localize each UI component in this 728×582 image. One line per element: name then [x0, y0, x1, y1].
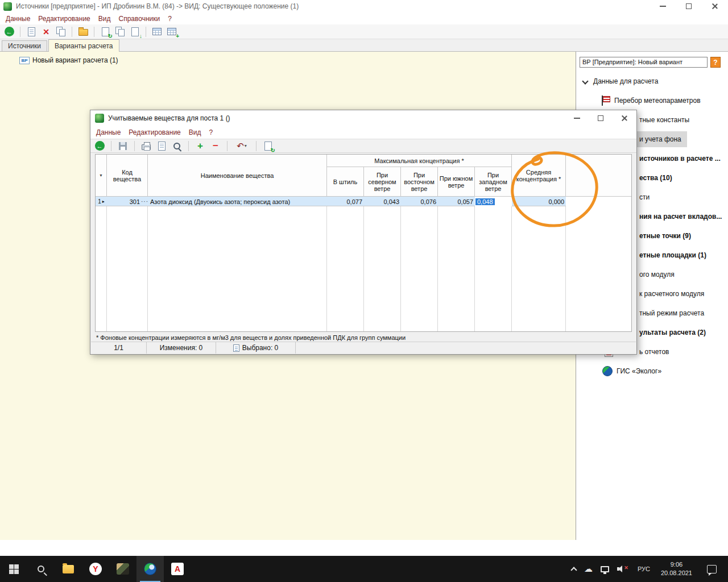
toolbar-separator — [111, 141, 111, 151]
north-value-cell[interactable]: 0,043 — [364, 197, 401, 206]
ecolog-icon — [144, 563, 156, 575]
pinned-app-button[interactable] — [109, 556, 136, 582]
selected-counter: Выбрано: 0 — [216, 342, 296, 354]
undo-icon[interactable]: ↶▾ — [233, 140, 250, 152]
start-button[interactable] — [0, 556, 27, 582]
file-explorer-button[interactable] — [55, 556, 82, 582]
open-folder-icon[interactable] — [77, 26, 89, 38]
close-icon — [712, 3, 718, 10]
toolbar-separator — [227, 141, 228, 151]
dialog-maximize-button[interactable] — [589, 110, 613, 126]
code-cell[interactable]: 301 ··· — [107, 197, 148, 206]
calm-value-cell[interactable]: 0,077 — [327, 197, 364, 206]
page-icon — [233, 344, 239, 352]
header-max-concentration-group: Максимальная концентрация * — [327, 155, 512, 167]
yandex-icon: Y — [89, 563, 102, 575]
onedrive-tray-button[interactable]: ☁ — [580, 556, 597, 582]
dialog-menu-help[interactable]: ? — [209, 128, 213, 136]
row-indicator-cell[interactable]: 1 ▸ — [96, 197, 107, 206]
clock[interactable]: 9:06 20.08.2021 — [655, 560, 698, 577]
add-icon[interactable]: + — [195, 140, 206, 152]
grid-icon — [167, 28, 176, 35]
search-icon[interactable] — [171, 140, 183, 152]
panel-help-button[interactable]: ? — [710, 57, 721, 68]
undo-arrow-icon: ↶ — [237, 141, 244, 151]
menu-help[interactable]: ? — [168, 15, 172, 23]
copy-pages-icon[interactable] — [114, 26, 126, 38]
delete-icon[interactable]: ✕ — [40, 26, 52, 38]
new-icon[interactable] — [26, 26, 37, 38]
yandex-browser-button[interactable]: Y — [82, 556, 109, 582]
recalc-icon[interactable]: ↻ — [100, 26, 111, 38]
west-value-cell-editing[interactable]: 0,048 — [475, 197, 512, 206]
chevron-down-icon: ▾ — [245, 143, 247, 148]
dialog-menu-edit[interactable]: Редактирование — [129, 128, 180, 136]
network-tray-button[interactable] — [597, 556, 613, 582]
system-tray: ☁ ✕ РУС 9:06 20.08.2021 — [568, 556, 728, 582]
dialog-minimize-button[interactable] — [565, 110, 589, 126]
export-icon[interactable]: ↓ — [129, 26, 140, 38]
magnifier-icon — [172, 142, 181, 151]
tree-item-meteo[interactable]: Перебор метеопараметров — [576, 91, 728, 110]
maximize-button[interactable] — [676, 0, 702, 13]
volume-tray-button[interactable]: ✕ — [613, 556, 632, 582]
menu-references[interactable]: Справочники — [119, 15, 160, 23]
print-icon[interactable] — [140, 140, 152, 152]
remove-icon[interactable]: − — [210, 140, 221, 152]
menu-data[interactable]: Данные — [6, 15, 30, 23]
ellipsis-button[interactable]: ··· — [141, 198, 148, 205]
taskbar-search-button[interactable] — [27, 556, 55, 582]
close-button[interactable] — [702, 0, 728, 13]
save-icon[interactable] — [117, 140, 129, 152]
folder-icon — [78, 29, 88, 36]
close-icon — [621, 115, 628, 122]
main-titlebar: Источники [предприятие] - ИП Дробинин В.… — [0, 0, 728, 13]
back-icon[interactable]: ← — [3, 26, 15, 38]
tree-item-gis-ecolog[interactable]: ГИС «Эколог» — [576, 361, 728, 381]
dialog-close-button[interactable] — [613, 110, 636, 126]
language-indicator[interactable]: РУС — [632, 556, 655, 582]
back-arrow-icon: ← — [5, 27, 14, 36]
cloud-icon: ☁ — [584, 564, 593, 574]
south-value-cell[interactable]: 0,057 — [438, 197, 475, 206]
average-value-cell[interactable]: 0,000 — [512, 197, 566, 206]
menu-view[interactable]: Вид — [98, 15, 111, 23]
substance-name-cell[interactable]: Азота диоксид (Двуокись азота; пероксид … — [148, 197, 327, 206]
variant-tree-node[interactable]: ВР Новый вариант расчета (1) — [19, 56, 118, 64]
refresh-icon[interactable]: ↻ — [262, 140, 274, 152]
preview-icon[interactable] — [156, 140, 167, 152]
dialog-titlebar: Учитываемые вещества для поста 1 () — [90, 110, 636, 126]
folder-icon — [63, 565, 74, 573]
tab-calculation-variants[interactable]: Варианты расчета — [48, 39, 119, 52]
dialog-app-icon — [95, 114, 104, 123]
variant-icon: ВР — [19, 57, 30, 64]
dialog-menu-view[interactable]: Вид — [189, 128, 201, 136]
taskbar: Y A ☁ ✕ РУС 9:06 20.08.2021 — [0, 556, 728, 582]
ecolog-app-button[interactable] — [136, 556, 164, 582]
tray-expand-button[interactable] — [568, 556, 580, 582]
dialog-menu-data[interactable]: Данные — [96, 128, 121, 136]
table-report-icon[interactable]: + — [166, 26, 177, 38]
copy-icon[interactable] — [55, 26, 67, 38]
header-west-wind: При западном ветре — [475, 167, 512, 197]
variant-path-field[interactable]: ВР [Предприятие]: Новый вариант — [580, 57, 708, 68]
pages-icon — [56, 27, 66, 37]
tab-sources[interactable]: Источники — [2, 40, 47, 51]
tree-item-calc-data[interactable]: Данные для расчета — [576, 72, 728, 91]
minimize-button[interactable] — [650, 0, 676, 13]
action-center-button[interactable] — [698, 556, 726, 582]
header-east-wind: При восточном ветре — [401, 167, 438, 197]
acrobat-button[interactable]: A — [164, 556, 191, 582]
toolbar-separator — [256, 141, 257, 151]
page-icon — [28, 27, 35, 36]
filter-icon[interactable]: ▼ — [99, 172, 103, 179]
maximize-icon — [686, 3, 692, 9]
back-icon[interactable]: ← — [94, 140, 105, 152]
grid-line — [437, 197, 438, 331]
east-value-cell[interactable]: 0,076 — [401, 197, 438, 206]
menu-edit[interactable]: Редактирование — [38, 15, 90, 23]
header-name: Наименование вещества — [148, 155, 327, 197]
variant-label: Новый вариант расчета (1) — [32, 56, 118, 64]
app-icon — [117, 563, 129, 575]
table-icon[interactable] — [151, 26, 163, 38]
